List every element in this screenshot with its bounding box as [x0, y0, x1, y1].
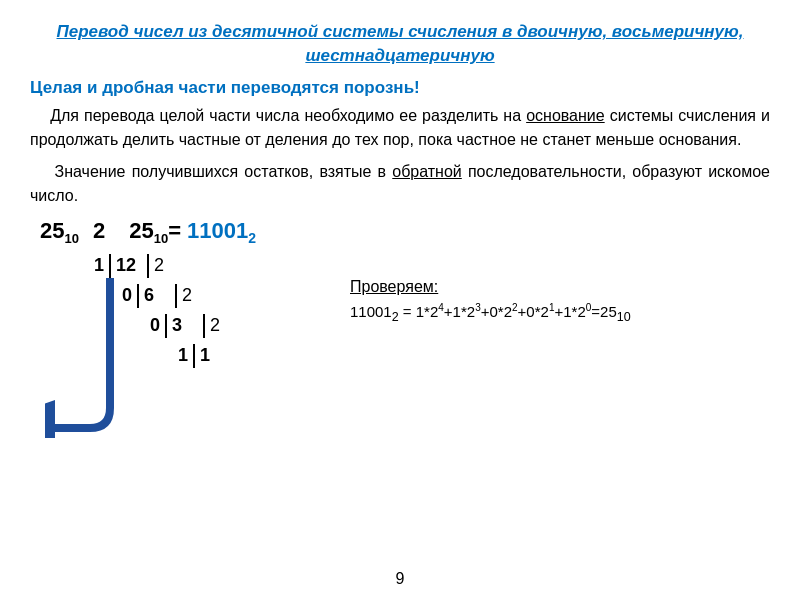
slide: Перевод чисел из десятичной системы счис… — [0, 0, 800, 600]
check-section: Проверяем: 110012 = 1*24+1*23+0*22+0*21+… — [350, 278, 631, 324]
p1-underline: основание — [526, 107, 605, 124]
paragraph1: Для перевода целой части числа необходим… — [30, 104, 770, 152]
check-title: Проверяем: — [350, 278, 631, 296]
check-formula: 110012 = 1*24+1*23+0*22+0*21+1*20=2510 — [350, 302, 631, 324]
division-table: 1 12 2 0 6 2 0 3 2 — [82, 253, 230, 369]
result: 110012 — [187, 218, 256, 246]
page-number: 9 — [396, 570, 405, 588]
paragraph2: Значение получившихся остатков, взятые в… — [30, 160, 770, 208]
divisor-header: 2 — [93, 218, 105, 244]
num2: 2510= — [129, 218, 181, 246]
slide-subtitle: Целая и дробная части переводятся порозн… — [30, 78, 770, 98]
math-section: 2510 2 2510= 110012 1 — [30, 218, 770, 418]
p2-underline: обратной — [392, 163, 462, 180]
num1: 2510 — [40, 218, 79, 246]
slide-title: Перевод чисел из десятичной системы счис… — [30, 20, 770, 68]
